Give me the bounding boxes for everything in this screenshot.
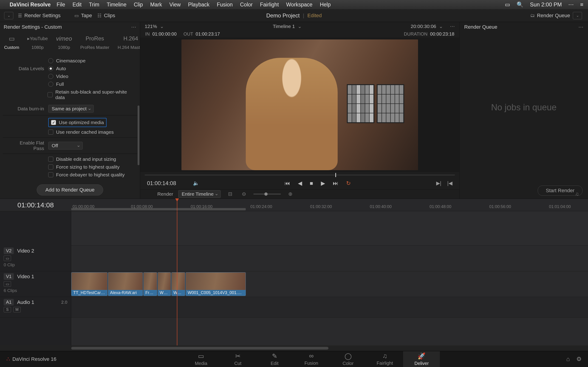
render-scope-dropdown[interactable]: Entire Timeline	[178, 190, 221, 198]
menu-fusion[interactable]: Fusion	[217, 2, 233, 8]
timeline-h-scrollbar[interactable]	[0, 345, 588, 351]
home-icon[interactable]: ⌂	[566, 356, 570, 363]
radio-full[interactable]	[48, 82, 53, 87]
solo-button[interactable]: S	[4, 307, 11, 312]
app-name[interactable]: DaVinci Resolve	[10, 2, 51, 8]
timeline-name[interactable]: Timeline 1	[273, 24, 295, 29]
track-header-v2[interactable]: V2Video 2 ▭ 0 Clip	[0, 246, 71, 271]
timeline-clip[interactable]: Alexa-RAW.ari	[108, 272, 143, 296]
timeline-master-timecode[interactable]: 01:00:14:08	[0, 199, 71, 211]
timeline-clip[interactable]: TT_HDTestCard.jpg	[71, 272, 107, 296]
preset-prores[interactable]: ProResProRes Master	[76, 32, 113, 52]
menu-workspace[interactable]: Workspace	[286, 2, 313, 8]
check-force-sizing[interactable]	[48, 165, 53, 169]
menu-color[interactable]: Color	[240, 2, 253, 8]
preset-custom[interactable]: ▭Custom	[0, 32, 23, 52]
render-range-bar[interactable]	[71, 208, 246, 210]
menu-mark[interactable]: Mark	[150, 2, 162, 8]
timeline-clip[interactable]: W001_…	[157, 272, 171, 296]
frame-view-icon[interactable]: ▭	[4, 281, 11, 287]
settings-scrollbar[interactable]	[138, 106, 139, 165]
chevron-down-icon[interactable]: ⌄	[439, 24, 443, 29]
clips-button[interactable]: ☷Clips	[95, 11, 118, 20]
tape-button[interactable]: ▭Tape	[72, 11, 95, 20]
chevron-down-icon[interactable]: ⌄	[160, 24, 164, 29]
timeline-playhead-ruler[interactable]	[177, 199, 177, 211]
prev-clip-icon[interactable]: |◀	[447, 180, 452, 186]
media-page-icon: ▭	[198, 352, 204, 360]
play-icon[interactable]: ▶	[321, 180, 325, 186]
zoom-out-icon[interactable]: ⊖	[242, 191, 246, 197]
viewer-image[interactable]	[182, 40, 418, 170]
first-frame-icon[interactable]: ⏮	[285, 180, 290, 186]
spotlight-icon[interactable]: 🔍	[517, 1, 523, 8]
panel-options-icon[interactable]: ⋯	[131, 24, 136, 30]
menu-fairlight[interactable]: Fairlight	[260, 2, 279, 8]
volume-icon[interactable]: 🔈	[193, 180, 199, 186]
radio-video[interactable]	[48, 74, 53, 79]
add-to-render-queue-button[interactable]: Add to Render Queue	[37, 184, 103, 195]
zoom-in-icon[interactable]: ⊕	[288, 191, 292, 197]
timeline-clip[interactable]: Fra…	[143, 272, 157, 296]
toolbar-expand-left[interactable]: ⌄	[4, 12, 13, 19]
radio-auto[interactable]	[48, 66, 53, 71]
menu-clip[interactable]: Clip	[134, 2, 143, 8]
burn-in-dropdown[interactable]: Same as project	[48, 105, 94, 113]
loop-icon[interactable]: ↻	[346, 180, 351, 186]
page-fairlight[interactable]: ♫Fairlight	[366, 351, 403, 367]
menu-list-icon[interactable]: ≡	[580, 1, 583, 8]
page-color[interactable]: ◯Color	[330, 351, 366, 367]
menu-file[interactable]: File	[57, 2, 65, 8]
menu-view[interactable]: View	[169, 2, 181, 8]
preset-vimeo[interactable]: vimeo1080p	[52, 32, 76, 52]
render-queue-button[interactable]: 🗂Render Queue	[527, 11, 573, 20]
display-icon[interactable]: ▭	[505, 1, 510, 8]
frame-view-icon[interactable]: ▭	[4, 256, 11, 261]
check-optimized-media[interactable]	[51, 120, 56, 125]
page-media[interactable]: ▭Media	[183, 351, 219, 367]
zoom-slider[interactable]	[253, 194, 281, 194]
menu-help[interactable]: Help	[320, 2, 330, 8]
page-cut[interactable]: ✂Cut	[219, 351, 256, 367]
chevron-down-icon[interactable]: ⌄	[298, 24, 302, 29]
check-render-cached[interactable]	[48, 130, 53, 135]
page-fusion[interactable]: ∞Fusion	[293, 351, 330, 367]
step-back-icon[interactable]: ◀	[298, 180, 302, 186]
menu-trim[interactable]: Trim	[89, 2, 99, 8]
siri-icon[interactable]: ⋯	[568, 1, 574, 8]
toolbar-expand-right[interactable]: ⌄	[573, 12, 582, 19]
mute-button[interactable]: M	[13, 307, 21, 312]
viewer-scrubber[interactable]	[145, 172, 455, 177]
track-header-a1[interactable]: A1Audio 12.0 SM	[0, 297, 71, 318]
preset-youtube[interactable]: ▸YouTube1080p	[23, 32, 52, 52]
last-frame-icon[interactable]: ⏭	[333, 180, 338, 186]
queue-options-icon[interactable]: ⋯	[578, 24, 583, 30]
menu-timeline[interactable]: Timeline	[107, 2, 126, 8]
viewer-timecode[interactable]: 01:00:14:08	[147, 180, 193, 186]
page-edit[interactable]: ✎Edit	[256, 351, 293, 367]
timeline-ruler[interactable]: 01:00:00:00 01:00:08:00 01:00:16:00 01:0…	[71, 199, 588, 211]
timeline-playhead[interactable]	[177, 211, 177, 345]
check-force-debayer[interactable]	[48, 172, 53, 177]
menu-edit[interactable]: Edit	[73, 2, 82, 8]
timeline-clip[interactable]: W001_C005_1014V3_001.R3D	[186, 272, 246, 296]
stop-icon[interactable]: ■	[310, 180, 313, 186]
timeline-clip[interactable]: W001_C0…	[171, 272, 185, 296]
check-retain[interactable]	[48, 92, 52, 97]
page-deliver[interactable]: 🚀Deliver	[403, 351, 440, 367]
music-icon[interactable]: ♫	[575, 191, 579, 197]
track-lanes[interactable]: TT_HDTestCard.jpg Alexa-RAW.ari Fra… W00…	[71, 211, 588, 345]
clock[interactable]: Sun 2:00 PM	[530, 1, 562, 8]
snap-icon[interactable]: ⊟	[228, 191, 232, 197]
viewer-options-icon[interactable]: ⋯	[450, 24, 455, 29]
flat-pass-dropdown[interactable]: Off	[48, 142, 83, 150]
project-settings-icon[interactable]: ⚙	[576, 356, 582, 363]
check-disable-sizing[interactable]	[48, 157, 53, 162]
clip-label: Fra…	[144, 290, 157, 296]
track-header-v1[interactable]: V1Video 1 ▭ 6 Clips	[0, 271, 71, 297]
menu-playback[interactable]: Playback	[188, 2, 209, 8]
radio-cinemascope[interactable]	[48, 58, 53, 63]
viewer-zoom[interactable]: 121%	[145, 24, 157, 29]
render-settings-button[interactable]: ☰Render Settings	[15, 11, 63, 20]
next-clip-icon[interactable]: ▶|	[436, 180, 441, 186]
